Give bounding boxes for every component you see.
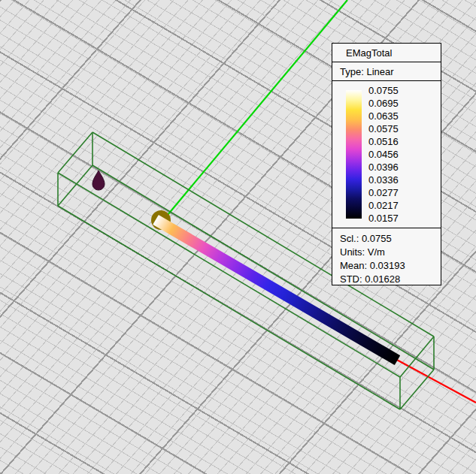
field-legend-panel[interactable]: EMagTotal Type: Linear 0.0755 0.0695 0.0…	[332, 43, 441, 285]
tick-label: 0.0217	[368, 199, 399, 212]
tick-label: 0.0277	[368, 186, 399, 199]
tick-label: 0.0396	[368, 161, 399, 174]
stat-scale: Scl.: 0.0755	[340, 232, 441, 246]
tick-label: 0.0635	[368, 110, 399, 122]
tick-label: 0.0516	[368, 135, 399, 148]
y-axis-line	[168, 0, 347, 215]
tick-label: 0.0456	[368, 148, 399, 161]
legend-scale-type: Type: Linear	[332, 62, 441, 81]
colorbar-tick-labels: 0.0755 0.0695 0.0635 0.0575 0.0516 0.045…	[368, 84, 399, 225]
legend-color-scale: 0.0755 0.0695 0.0635 0.0575 0.0516 0.045…	[332, 81, 441, 228]
tick-label: 0.0575	[368, 122, 399, 135]
stat-units: Units: V/m	[340, 246, 441, 259]
stat-mean: Mean: 0.03193	[340, 259, 441, 273]
tick-label: 0.0755	[368, 84, 399, 97]
tick-label: 0.0695	[368, 97, 399, 110]
stat-std: STD: 0.01628	[340, 273, 441, 286]
colorbar	[346, 90, 362, 219]
3d-field-viewport[interactable]: EMagTotal Type: Linear 0.0755 0.0695 0.0…	[0, 0, 476, 474]
tick-label: 0.0336	[368, 174, 399, 186]
droplet-marker	[92, 171, 105, 190]
x-axis-line	[396, 359, 476, 403]
tick-label: 0.0157	[368, 212, 399, 225]
legend-stats: Scl.: 0.0755 Units: V/m Mean: 0.03193 ST…	[332, 228, 441, 286]
legend-title: EMagTotal	[332, 44, 441, 62]
